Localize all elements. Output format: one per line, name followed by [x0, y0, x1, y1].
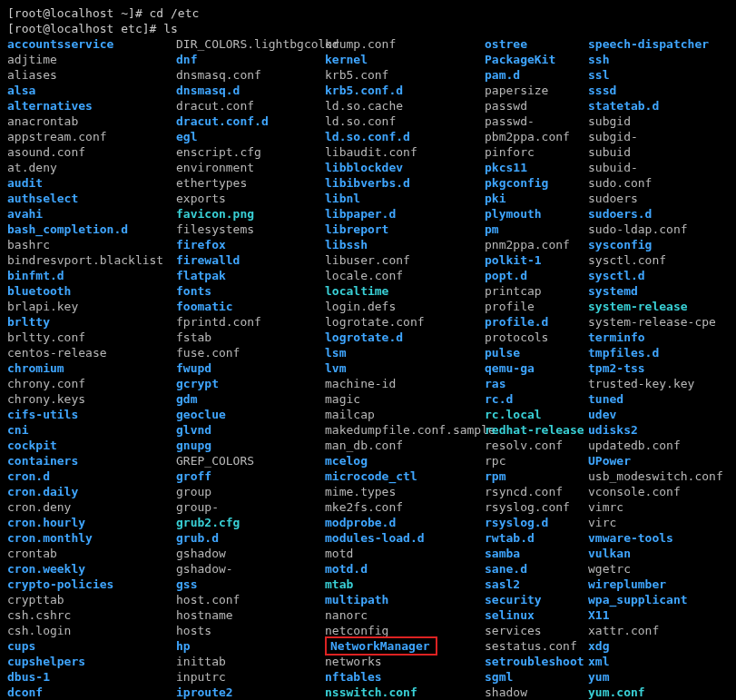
ls-entry: plymouth [485, 206, 588, 222]
file-name: bashrc [7, 238, 50, 251]
ls-entry: system-release [588, 299, 723, 314]
ls-entry: sysconfig [588, 237, 723, 252]
ls-entry: at.deny [7, 160, 176, 175]
ls-entry: profile.d [485, 314, 588, 330]
directory-name: foomatic [176, 300, 233, 313]
ls-entry: papersize [485, 83, 588, 98]
directory-name: speech-dispatcher [588, 37, 709, 51]
ls-entry: yum.conf [588, 685, 723, 700]
ls-entry: libblockdev [325, 160, 485, 175]
ls-entry: egl [176, 129, 325, 144]
ls-entry: brltty [7, 314, 176, 330]
ls-column: speech-dispatchersshsslsssdstatetab.dsub… [588, 36, 723, 700]
ls-entry: glvnd [176, 422, 325, 438]
file-name: anacrontab [7, 114, 78, 128]
file-name: fstab [176, 330, 211, 344]
directory-name: cockpit [7, 439, 57, 452]
directory-name: libblockdev [325, 161, 403, 174]
file-name: kdump.conf [325, 37, 396, 51]
ls-entry: polkit-1 [485, 252, 588, 268]
ls-entry: tmpfiles.d [588, 345, 723, 360]
file-name: aliases [7, 68, 57, 82]
directory-name: rsyslog.d [485, 516, 548, 529]
directory-name: firefox [176, 238, 226, 251]
directory-name: chromium [7, 361, 64, 375]
directory-name: ssh [588, 53, 609, 66]
directory-name: hp [176, 639, 191, 653]
ls-entry: DIR_COLORS.lightbgcolor [176, 36, 325, 52]
file-name: sestatus.conf [485, 639, 577, 653]
symlink-name: grub2.cfg [176, 516, 240, 529]
directory-name: pulse [485, 346, 520, 360]
file-name: chrony.keys [7, 392, 85, 406]
file-name: libuser.conf [325, 253, 410, 267]
ls-entry: services [485, 623, 588, 638]
ls-entry: dracut.conf [176, 98, 325, 113]
file-name: subgid [588, 114, 631, 128]
ls-entry: ras [485, 376, 588, 391]
file-name: shadow [485, 685, 527, 699]
ls-entry: udev [588, 407, 723, 422]
file-name: sysctl.conf [588, 253, 666, 267]
ls-entry: libaudit.conf [325, 144, 485, 160]
directory-name: geoclue [176, 408, 226, 421]
ls-entry: gshadow- [176, 561, 325, 577]
ls-entry: ssh [588, 52, 723, 67]
directory-name: sasl2 [485, 577, 520, 591]
ls-entry: crypttab [7, 592, 176, 607]
file-name: at.deny [7, 161, 57, 174]
file-name: csh.cshrc [7, 608, 71, 622]
directory-name: libnl [325, 192, 360, 205]
ls-entry: group [176, 484, 325, 499]
ls-entry: machine-id [325, 376, 485, 391]
directory-name: ostree [485, 37, 527, 51]
file-name: login.defs [325, 300, 396, 313]
ls-entry: rc.d [485, 391, 588, 407]
ls-entry: sane.d [485, 561, 588, 577]
ls-entry: mtab [325, 577, 485, 592]
ls-entry: nsswitch.conf [325, 685, 485, 700]
directory-name: cron.weekly [7, 562, 85, 576]
file-name: appstream.conf [7, 130, 107, 143]
ls-entry: chrony.keys [7, 391, 176, 407]
ls-entry: subgid [588, 113, 723, 129]
file-name: passwd [485, 99, 527, 113]
ls-entry: cron.daily [7, 484, 176, 499]
file-name: sudoers [588, 192, 638, 205]
ls-entry: libuser.conf [325, 252, 485, 268]
directory-name: cni [7, 423, 28, 437]
ls-entry: sysctl.conf [588, 252, 723, 268]
symlink-name: nsswitch.conf [325, 685, 417, 699]
directory-name: modprobe.d [325, 516, 396, 529]
directory-name: gnupg [176, 439, 211, 452]
ls-entry: PackageKit [485, 52, 588, 67]
file-name: printcap [485, 284, 542, 298]
file-name: passwd- [485, 114, 535, 128]
ls-entry: wpa_supplicant [588, 592, 723, 607]
ls-entry: rsyslog.conf [485, 499, 588, 515]
ls-entry: alsa [7, 83, 176, 98]
ls-entry: mime.types [325, 484, 485, 499]
directory-name: lvm [325, 361, 346, 375]
directory-name: rpm [485, 469, 505, 483]
directory-name: dnf [176, 53, 197, 66]
directory-name: sudoers.d [588, 207, 652, 221]
file-name: ld.so.cache [325, 99, 403, 113]
ls-entry: dnsmasq.conf [176, 67, 325, 83]
ls-entry: resolv.conf [485, 438, 588, 453]
ls-entry: ostree [485, 36, 588, 52]
directory-name: pam.d [485, 68, 520, 82]
ls-entry: libpaper.d [325, 206, 485, 222]
ls-entry: ld.so.conf.d [325, 129, 485, 144]
symlink-name: rc.local [485, 408, 542, 421]
ls-entry: accountsservice [7, 36, 176, 52]
ls-entry: localtime [325, 283, 485, 299]
file-name: mime.types [325, 485, 396, 498]
symlink-name: mtab [325, 577, 353, 591]
directory-name: crypto-policies [7, 577, 113, 591]
file-name: adjtime [7, 53, 57, 66]
ls-entry: favicon.png [176, 206, 325, 222]
ls-entry: brlapi.key [7, 299, 176, 314]
ls-entry: rpc [485, 453, 588, 468]
file-name: environment [176, 161, 254, 174]
